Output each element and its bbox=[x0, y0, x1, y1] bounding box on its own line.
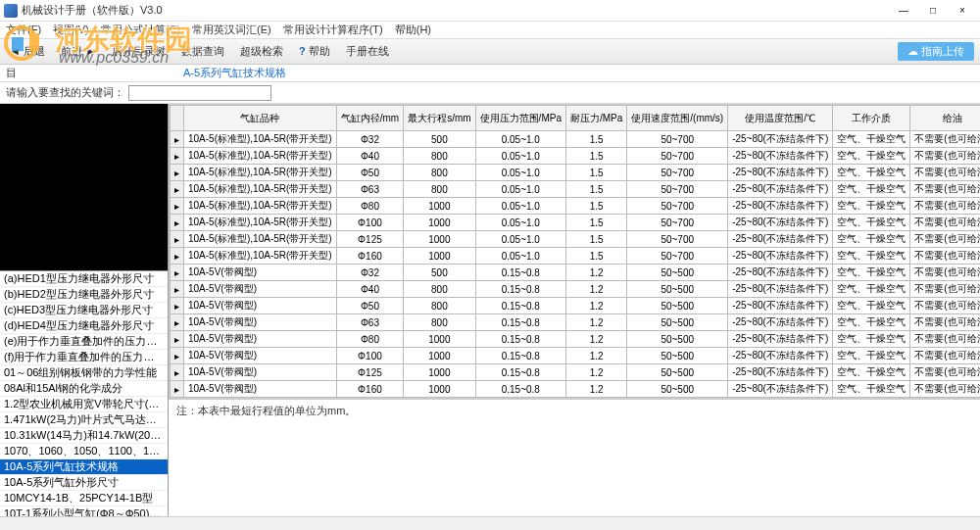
table-cell: 50~500 bbox=[627, 265, 728, 281]
menu-file[interactable]: 文件(F) bbox=[6, 23, 41, 37]
column-header[interactable]: 使用温度范围/℃ bbox=[728, 106, 833, 131]
table-cell: 空气、干燥空气 bbox=[833, 298, 910, 314]
column-header[interactable]: 耐压力/MPa bbox=[565, 106, 626, 131]
table-cell: 10A-5(标准型),10A-5R(带开关型) bbox=[184, 131, 337, 148]
table-cell: 0.05~1.0 bbox=[475, 215, 565, 231]
forward-button[interactable]: 前进 ► bbox=[57, 42, 100, 61]
manual-online-button[interactable]: 手册在线 bbox=[342, 42, 393, 61]
column-header[interactable]: 给油 bbox=[910, 106, 980, 131]
breadcrumb-path: A-5系列气缸技术规格 bbox=[183, 66, 286, 80]
close-button[interactable]: × bbox=[949, 2, 976, 20]
upload-guide-button[interactable]: ☁ 指南上传 bbox=[898, 42, 974, 61]
menu-view[interactable]: 视图(V) bbox=[53, 23, 89, 37]
column-header[interactable]: 使用压力范围/MPa bbox=[475, 106, 565, 131]
list-item[interactable]: 10T-1系列小型气缸(Φ8～Φ50)技术规格 bbox=[0, 506, 168, 516]
menu-dictionary[interactable]: 常用英汉词汇(E) bbox=[192, 23, 271, 37]
table-cell: 10A-5(标准型),10A-5R(带开关型) bbox=[184, 248, 337, 265]
data-query-button[interactable]: 数据查询 bbox=[177, 42, 228, 61]
table-row[interactable]: ▸10A-5V(带阀型)Φ638000.15~0.81.250~500-25~8… bbox=[171, 314, 981, 331]
table-row[interactable]: ▸10A-5V(带阀型)Φ16010000.15~0.81.250~500-25… bbox=[171, 381, 981, 398]
search-input[interactable] bbox=[128, 85, 271, 101]
menu-formula[interactable]: 常用公式计算(C) bbox=[101, 23, 180, 37]
table-cell: 1.5 bbox=[565, 131, 626, 148]
data-table-wrap[interactable]: 气缸品种气缸内径/mm最大行程s/mm使用压力范围/MPa耐压力/MPa使用速度… bbox=[169, 104, 980, 399]
table-cell: 0.15~0.8 bbox=[475, 364, 565, 381]
content-panel: 气缸品种气缸内径/mm最大行程s/mm使用压力范围/MPa耐压力/MPa使用速度… bbox=[169, 104, 980, 516]
table-cell: -25~80(不冻结条件下) bbox=[728, 298, 833, 314]
column-header[interactable]: 最大行程s/mm bbox=[404, 106, 475, 131]
list-item[interactable]: 10MCY14-1B、25PCY14-1B型 bbox=[0, 491, 168, 506]
table-row[interactable]: ▸10A-5(标准型),10A-5R(带开关型)Φ16010000.05~1.0… bbox=[171, 248, 981, 265]
table-row[interactable]: ▸10A-5V(带阀型)Φ10010000.15~0.81.250~500-25… bbox=[171, 348, 981, 364]
list-item[interactable]: 10A-5系列气缸外形尺寸 bbox=[0, 475, 168, 491]
list-item[interactable]: (b)HED2型压力继电器外形尺寸 bbox=[0, 287, 168, 303]
table-row[interactable]: ▸10A-5V(带阀型)Φ508000.15~0.81.250~500-25~8… bbox=[171, 298, 981, 314]
table-cell: 10A-5(标准型),10A-5R(带开关型) bbox=[184, 165, 337, 181]
list-item[interactable]: 10A-5系列气缸技术规格 bbox=[0, 459, 168, 475]
list-item[interactable]: 1.471kW(2马力)叶片式气马达技术规格及外… bbox=[0, 412, 168, 428]
list-item[interactable]: 10.31kW(14马力)和14.7kW(20马力)叶片式… bbox=[0, 428, 168, 444]
column-header[interactable]: 使用速度范围/(mm/s) bbox=[627, 106, 728, 131]
table-row[interactable]: ▸10A-5(标准型),10A-5R(带开关型)Φ10010000.05~1.0… bbox=[171, 215, 981, 231]
data-table: 气缸品种气缸内径/mm最大行程s/mm使用压力范围/MPa耐压力/MPa使用速度… bbox=[170, 105, 980, 398]
menu-help[interactable]: 帮助(H) bbox=[395, 23, 431, 37]
back-button[interactable]: ◄ 后退 bbox=[6, 42, 49, 61]
column-header[interactable]: 气缸内径/mm bbox=[336, 106, 403, 131]
table-cell: -25~80(不冻结条件下) bbox=[728, 381, 833, 398]
table-row[interactable]: ▸10A-5(标准型),10A-5R(带开关型)Φ408000.05~1.01.… bbox=[171, 148, 981, 165]
list-item[interactable]: (a)HED1型压力继电器外形尺寸 bbox=[0, 271, 168, 287]
list-item[interactable]: (c)HED3型压力继电器外形尺寸 bbox=[0, 303, 168, 318]
table-row[interactable]: ▸10A-5(标准型),10A-5R(带开关型)Φ8010000.05~1.01… bbox=[171, 198, 981, 215]
table-cell: -25~80(不冻结条件下) bbox=[728, 131, 833, 148]
left-panel: (a)HED1型压力继电器外形尺寸(b)HED2型压力继电器外形尺寸(c)HED… bbox=[0, 104, 169, 516]
table-cell: 不需要(也可给油) bbox=[910, 231, 980, 248]
help-button[interactable]: ? 帮助 bbox=[295, 42, 334, 61]
list-item[interactable]: 1070、1060、1050、1100、1200、3003、3… bbox=[0, 444, 168, 459]
table-row[interactable]: ▸10A-5(标准型),10A-5R(带开关型)Φ12510000.05~1.0… bbox=[171, 231, 981, 248]
list-item[interactable]: 08Al和15Al钢的化学成分 bbox=[0, 381, 168, 397]
table-row[interactable]: ▸10A-5(标准型),10A-5R(带开关型)Φ638000.05~1.01.… bbox=[171, 181, 981, 198]
table-row[interactable]: ▸10A-5(标准型),10A-5R(带开关型)Φ325000.05~1.01.… bbox=[171, 131, 981, 148]
super-search-button[interactable]: 超级检索 bbox=[236, 42, 287, 61]
table-cell: 800 bbox=[404, 181, 475, 198]
list-item[interactable]: 01～06组别钢板钢带的力学性能 bbox=[0, 365, 168, 381]
column-header[interactable]: 气缸品种 bbox=[184, 106, 337, 131]
table-row[interactable]: ▸10A-5V(带阀型)Φ8010000.15~0.81.250~500-25~… bbox=[171, 331, 981, 348]
menu-design[interactable]: 常用设计计算程序(T) bbox=[283, 23, 383, 37]
table-cell: 800 bbox=[404, 314, 475, 331]
table-cell: 50~700 bbox=[627, 181, 728, 198]
table-row[interactable]: ▸10A-5V(带阀型)Φ12510000.15~0.81.250~500-25… bbox=[171, 364, 981, 381]
table-cell: 10A-5V(带阀型) bbox=[184, 364, 337, 381]
search-prompt: 请输入要查找的关键词： bbox=[6, 85, 124, 100]
table-cell: 空气、干燥空气 bbox=[833, 181, 910, 198]
table-cell: Φ100 bbox=[336, 348, 403, 364]
maximize-button[interactable]: □ bbox=[919, 2, 947, 20]
table-row[interactable]: ▸10A-5V(带阀型)Φ408000.15~0.81.250~500-25~8… bbox=[171, 281, 981, 298]
table-cell: 1.5 bbox=[565, 148, 626, 165]
table-cell: 空气、干燥空气 bbox=[833, 348, 910, 364]
table-cell: -25~80(不冻结条件下) bbox=[728, 148, 833, 165]
index-list[interactable]: (a)HED1型压力继电器外形尺寸(b)HED2型压力继电器外形尺寸(c)HED… bbox=[0, 270, 168, 516]
table-cell: 800 bbox=[404, 148, 475, 165]
table-cell: 0.15~0.8 bbox=[475, 281, 565, 298]
table-row[interactable]: ▸10A-5(标准型),10A-5R(带开关型)Φ508000.05~1.01.… bbox=[171, 165, 981, 181]
table-cell: 1000 bbox=[404, 215, 475, 231]
table-note: 注：本表中最短行程值的单位为mm。 bbox=[169, 399, 980, 422]
list-item[interactable]: 1.2型农业机械用宽V带轮尺寸(摘自GB/T 1… bbox=[0, 397, 168, 412]
expand-tree-button[interactable]: 展开目录树 bbox=[108, 42, 170, 61]
table-cell: Φ40 bbox=[336, 148, 403, 165]
table-cell: 800 bbox=[404, 281, 475, 298]
column-header[interactable]: 工作介质 bbox=[833, 106, 910, 131]
table-cell: 不需要(也可给油) bbox=[910, 181, 980, 198]
table-cell: 1000 bbox=[404, 348, 475, 364]
table-row[interactable]: ▸10A-5V(带阀型)Φ325000.15~0.81.250~500-25~8… bbox=[171, 265, 981, 281]
table-cell: 空气、干燥空气 bbox=[833, 148, 910, 165]
breadcrumb-label: 目 bbox=[6, 66, 17, 80]
search-row: 请输入要查找的关键词： bbox=[0, 82, 980, 104]
list-item[interactable]: (d)HED4型压力继电器外形尺寸 bbox=[0, 318, 168, 334]
minimize-button[interactable]: — bbox=[890, 2, 917, 20]
list-item[interactable]: (e)用于作力垂直叠加件的压力继电器的规格… bbox=[0, 334, 168, 350]
list-item[interactable]: (f)用于作力垂直叠加件的压力继电器的规格… bbox=[0, 350, 168, 365]
table-cell: 10A-5V(带阀型) bbox=[184, 298, 337, 314]
table-cell: -25~80(不冻结条件下) bbox=[728, 364, 833, 381]
